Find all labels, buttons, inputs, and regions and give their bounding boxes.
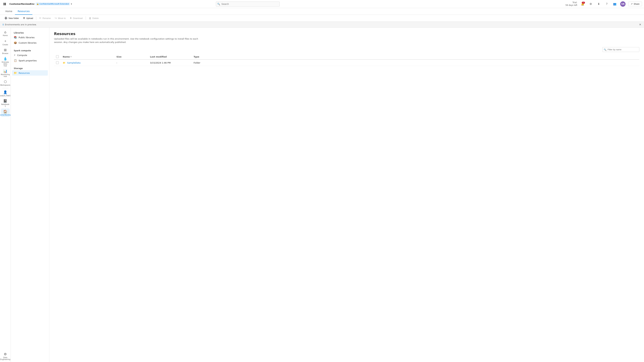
row-modified-cell: 3/15/2024 1:46 PM — [148, 59, 192, 66]
download-toolbar-button[interactable]: ⬇ Download — [68, 16, 84, 20]
sidebar-item-monitoring[interactable]: 📊 Monitoring hub — [1, 68, 10, 78]
sidebar-item-label: Data Engineering — [0, 357, 10, 360]
new-folder-icon: ➕ — [4, 16, 8, 20]
apps-icon[interactable] — [2, 1, 8, 7]
col-name[interactable]: Name ↑ — [61, 54, 114, 59]
sidebar-item-label: OneLake data hub — [2, 61, 9, 67]
sidebar-item-public-libraries-label: Public libraries — [18, 36, 34, 39]
share-people-button[interactable]: 👥 — [612, 1, 618, 7]
move-to-label: Move to — [58, 17, 66, 19]
toolbar-separator-1 — [36, 16, 36, 20]
new-folder-button[interactable]: ➕ New folder — [3, 16, 21, 20]
sidebar-item-workspaces[interactable]: ⬡ Workspaces — [1, 79, 10, 87]
page-description: Uploaded files will be available in note… — [54, 37, 205, 44]
col-last-modified: Last modified — [148, 54, 192, 59]
sidebar-item-label: Workspaces — [0, 84, 10, 86]
delete-button[interactable]: 🗑 Delete — [87, 16, 100, 20]
sidebar-item-label: Notebook 1 — [1, 103, 9, 107]
select-all-checkbox[interactable] — [56, 55, 59, 58]
filter-input-wrap: 🔍 — [602, 47, 639, 52]
resources-icon: 📁 — [14, 71, 17, 74]
confidential-icon: 🔒 — [36, 3, 39, 5]
download-button[interactable]: ⬇ — [596, 1, 602, 7]
table-header-row: Name ↑ Size Last modified Type — [54, 54, 639, 59]
sidebar-item-spark-properties-label: Spark properties — [18, 59, 37, 62]
sidebar-item-custom-libraries-label: Custom libraries — [18, 41, 36, 44]
sidebar-item-compute[interactable]: ⚡ Compute — [12, 52, 48, 58]
create-icon: ＋ — [4, 39, 7, 43]
sidebar-item-shuaijun[interactable]: 👤 Shuaijun_FabCon — [1, 89, 10, 98]
sidebar-item-notebook1[interactable]: 📓 Notebook 1 — [1, 98, 10, 108]
data-engineering-icon: ⚙ — [4, 352, 7, 356]
upload-button[interactable]: ⬆ Upload — [21, 16, 35, 20]
info-icon: ℹ — [3, 23, 4, 26]
notifications-button[interactable]: 🔔 55 — [580, 1, 585, 7]
page-title: Resources — [54, 32, 639, 36]
resource-table: Name ↑ Size Last modified Type — [54, 54, 639, 66]
upload-icon: ⬆ — [23, 16, 25, 20]
sidebar-item-create[interactable]: ＋ Create — [1, 38, 10, 47]
trial-info: Trial: 59 days left — [566, 1, 578, 6]
table-row: 📁 SampleData - 3/15/2024 1:46 PM Folder — [54, 59, 639, 66]
side-panel: Libraries 📚 Public libraries 📦 Custom li… — [11, 28, 49, 362]
search-input[interactable] — [216, 1, 280, 6]
sidebar-item-label: Home — [3, 34, 8, 36]
new-folder-label: New folder — [8, 17, 19, 19]
share-button[interactable]: ↗ Share — [628, 2, 642, 6]
move-to-button[interactable]: ↪ Move to — [53, 16, 67, 20]
col-size-label: Size — [116, 55, 122, 58]
folder-link[interactable]: SampleData — [67, 61, 80, 64]
row-size-cell: - — [114, 59, 148, 66]
banner-close-button[interactable]: ✕ — [639, 23, 641, 26]
move-to-icon: ↪ — [55, 16, 57, 20]
rename-label: Rename — [42, 17, 51, 19]
select-all-col — [54, 54, 61, 59]
shuaijun-icon: 👤 — [3, 90, 8, 94]
sidebar-item-custom-libraries[interactable]: 📦 Custom libraries — [12, 40, 48, 45]
banner-message: Environments are in preview. — [5, 23, 36, 26]
search-icon: 🔍 — [217, 3, 220, 5]
filter-input[interactable] — [602, 47, 639, 52]
tab-resources[interactable]: Resources — [15, 8, 32, 15]
delete-icon: 🗑 — [89, 17, 92, 20]
help-button[interactable]: ? — [604, 1, 610, 7]
compute-section-title: Spark compute — [12, 48, 48, 52]
custom-libraries-icon: 📦 — [14, 41, 17, 44]
env-dropdown-icon[interactable]: ▾ — [71, 3, 72, 5]
filter-search-icon: 🔍 — [604, 48, 606, 51]
download-label: Download — [73, 17, 83, 19]
sidebar-item-home[interactable]: ⌂ Home — [1, 29, 10, 37]
sidebar-item-spark-properties[interactable]: 📋 Spark properties — [12, 58, 48, 63]
sidebar-item-label: Shuaijun_FabCon — [0, 95, 11, 97]
content-area: Resources Uploaded files will be availab… — [49, 28, 644, 362]
sidebar-item-resources[interactable]: 📁 Resources — [12, 70, 48, 76]
notif-count: 55 — [582, 2, 585, 4]
sidebar-item-label: Create — [2, 44, 8, 46]
confidential-badge: 🔒 Confidential\Microsoft Extended — [36, 2, 70, 5]
sidebar-item-onelake[interactable]: 💧 OneLake data hub — [1, 56, 10, 68]
sidebar-item-label: Monitoring hub — [1, 74, 10, 77]
sidebar-item-data-engineering[interactable]: ⚙ Data Engineering — [1, 351, 10, 361]
row-name-cell: 📁 SampleData — [61, 59, 114, 66]
env-name-label: CustomerReviewEnv — [10, 3, 34, 5]
sidebar-item-public-libraries[interactable]: 📚 Public libraries — [12, 35, 48, 40]
tab-home[interactable]: Home — [3, 8, 15, 15]
row-type-cell: Folder — [192, 59, 639, 66]
workspaces-icon: ⬡ — [4, 80, 7, 84]
sort-asc-icon: ↑ — [70, 56, 72, 58]
row-checkbox[interactable] — [56, 61, 59, 64]
filter-bar: 🔍 — [54, 47, 639, 52]
avatar[interactable]: SR — [620, 1, 626, 7]
toolbar: ➕ New folder ⬆ Upload ✏ Rename ↪ Move to… — [0, 15, 644, 22]
sidebar-item-label: Browse — [2, 52, 8, 54]
col-modified-label: Last modified — [150, 55, 167, 58]
sidebar-item-browse[interactable]: ⊞ Browse — [1, 47, 10, 55]
sidebar-item-label: CustomerReviewEnv — [0, 114, 11, 116]
settings-button[interactable]: ⚙ — [588, 1, 593, 7]
browse-icon: ⊞ — [4, 48, 7, 52]
onelake-icon: 💧 — [3, 57, 8, 61]
col-type-label: Type — [194, 55, 199, 58]
folder-icon: 📁 — [63, 61, 66, 64]
sidebar-item-customerenv[interactable]: 🏠 CustomerReviewEnv — [1, 108, 10, 117]
rename-button[interactable]: ✏ Rename — [38, 16, 52, 20]
